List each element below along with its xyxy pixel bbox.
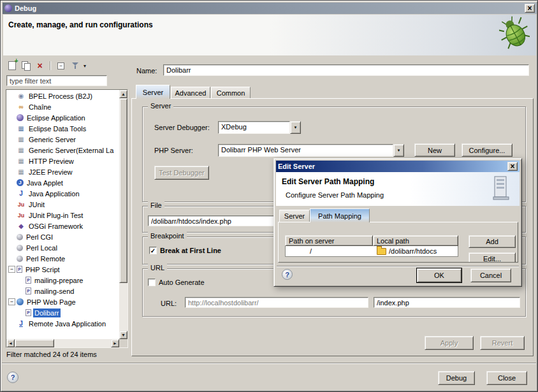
horizontal-scroll-thumb[interactable]	[15, 339, 54, 347]
scroll-up-icon[interactable]: ▲	[119, 90, 127, 98]
edit-server-close-button[interactable]: ×	[507, 162, 518, 171]
tree-item-osgi-framework[interactable]: OSGi Framework	[6, 221, 119, 231]
edit-server-titlebar[interactable]: Edit Server ×	[276, 161, 520, 172]
tree-item-perl-cgi[interactable]: Perl CGI	[6, 231, 119, 242]
tree-expander-spacer	[17, 277, 24, 284]
tree-item-eclipse-application[interactable]: Eclipse Application	[6, 112, 119, 123]
url-group-title: URL	[148, 264, 167, 272]
auto-generate-checkbox[interactable]: Auto Generate	[148, 279, 205, 286]
tree-item-eclipse-data-tools[interactable]: Eclipse Data Tools	[6, 123, 119, 134]
collapse-all-icon[interactable]: −	[55, 61, 66, 71]
tree-item-perl-remote[interactable]: Perl Remote	[6, 253, 119, 264]
tree-item-label: J2EE Preview	[27, 168, 73, 177]
osgi-icon	[17, 222, 25, 230]
tree-expander-spacer	[8, 114, 15, 121]
toolbar-dropdown-caret-icon[interactable]: ▾	[84, 63, 86, 69]
tree-item-junit-plug-in-test[interactable]: JUnit Plug-in Test	[6, 210, 119, 221]
edit-server-title: Edit Server	[278, 163, 507, 170]
tree-item-label: Java Applet	[25, 178, 64, 187]
tree-item-generic-server[interactable]: Generic Server	[6, 134, 119, 145]
tree-item-cha-ne[interactable]: Chaîne	[6, 101, 119, 112]
tree-item-label: Generic Server(External La	[27, 146, 115, 155]
tree-expander-spacer	[8, 157, 15, 164]
path-mapping-row[interactable]: //dolibarr/htdocs	[285, 246, 458, 257]
tree-item-perl-local[interactable]: Perl Local	[6, 242, 119, 253]
dialog-tab-path-mapping-label: Path Mapping	[318, 212, 361, 220]
test-debugger-button[interactable]: Test Debugger	[154, 166, 209, 180]
dialog-banner: Create, manage, and run configurations	[3, 15, 536, 55]
perl-icon	[17, 234, 23, 240]
tree-item-java-applet[interactable]: Java Applet	[6, 177, 119, 188]
php-server-combo[interactable]: Dolibarr PHP Web Server ▼	[218, 144, 404, 157]
checkbox-unchecked-icon[interactable]	[148, 279, 156, 286]
window-close-button[interactable]: ×	[525, 4, 535, 13]
window-titlebar[interactable]: Debug ×	[3, 3, 537, 14]
scroll-right-icon[interactable]: ►	[111, 339, 119, 347]
edit-server-heading: Edit Server Path Mapping	[282, 177, 374, 186]
edit-mapping-button[interactable]: Edit...	[469, 252, 516, 263]
tree-expander-icon[interactable]: −	[8, 298, 15, 305]
dialog-tab-path-mapping[interactable]: Path Mapping	[310, 208, 370, 222]
tab-server[interactable]: Server	[136, 85, 170, 99]
tree-item-mailing-send[interactable]: mailing-send	[6, 286, 119, 296]
auto-generate-label: Auto Generate	[159, 279, 205, 286]
tree-item-php-script[interactable]: −PHP Script	[6, 264, 119, 275]
dropdown-arrow-icon[interactable]: ▼	[290, 121, 301, 134]
tree-item-mailing-prepare[interactable]: mailing-prepare	[6, 275, 119, 286]
close-button[interactable]: Close	[486, 371, 527, 385]
tree-item-bpel-process-b2j[interactable]: BPEL Process (B2J)	[6, 91, 119, 101]
column-header-local-path[interactable]: Local path	[373, 235, 458, 246]
debug-button[interactable]: Debug	[438, 371, 475, 385]
break-at-first-line-checkbox[interactable]: ✓ Break at First Line	[149, 247, 221, 254]
tree-item-label: Dolibarr	[33, 309, 61, 317]
scroll-down-icon[interactable]: ▼	[119, 331, 127, 339]
tree-vertical-scrollbar[interactable]: ▲ ▼	[119, 90, 127, 339]
tree-item-label: PHP Script	[24, 265, 61, 274]
tree-expander-icon[interactable]: −	[8, 266, 15, 273]
name-input[interactable]	[163, 64, 529, 76]
configurations-toolbar: × − ▾	[6, 59, 86, 72]
dialog-help-icon[interactable]: ?	[282, 269, 293, 280]
revert-button[interactable]: Revert	[480, 336, 525, 350]
server-debugger-combo[interactable]: XDebug ▼	[218, 121, 301, 134]
delete-configuration-icon[interactable]: ×	[34, 61, 45, 71]
column-header-path-on-server[interactable]: Path on server	[285, 235, 373, 246]
tree-item-junit[interactable]: JUnit	[6, 199, 119, 210]
tree-item-java-application[interactable]: Java Application	[6, 188, 119, 199]
type-filter-input[interactable]	[6, 75, 107, 86]
scroll-left-icon[interactable]: ◄	[6, 339, 15, 347]
php-script-icon	[17, 266, 22, 273]
dialog-tab-server[interactable]: Server	[279, 210, 310, 222]
tab-common[interactable]: Common	[211, 87, 251, 99]
help-icon[interactable]: ?	[7, 372, 18, 383]
tree-item-http-preview[interactable]: HTTP Preview	[6, 156, 119, 166]
new-configuration-icon[interactable]	[6, 61, 17, 71]
tree-item-label: mailing-send	[33, 287, 75, 296]
footer-separator	[2, 363, 536, 364]
new-server-button[interactable]: New	[414, 143, 455, 157]
perl-icon	[17, 256, 23, 262]
vertical-scroll-thumb[interactable]	[119, 98, 127, 283]
ok-button[interactable]: OK	[417, 268, 462, 282]
tree-horizontal-scrollbar[interactable]: ◄ ►	[6, 339, 119, 347]
tree-expander-spacer	[8, 179, 15, 186]
dropdown-arrow-icon[interactable]: ▼	[393, 144, 404, 157]
configure-server-button[interactable]: Configure...	[462, 143, 513, 157]
apply-button[interactable]: Apply	[425, 336, 474, 350]
bpel-icon	[17, 92, 25, 100]
add-mapping-button[interactable]: Add	[469, 235, 516, 248]
php-file-icon	[25, 287, 31, 294]
checkbox-checked-icon[interactable]: ✓	[149, 247, 157, 254]
cancel-button[interactable]: Cancel	[470, 268, 511, 282]
tree-item-remote-java-application[interactable]: Remote Java Application	[6, 318, 119, 329]
tree-item-php-web-page[interactable]: −PHP Web Page	[6, 296, 119, 307]
tab-advanced[interactable]: Advanced	[171, 87, 210, 99]
duplicate-configuration-icon[interactable]	[20, 61, 31, 71]
tree-item-label: Generic Server	[27, 135, 77, 144]
filter-configurations-icon[interactable]	[69, 61, 80, 71]
url-path-input[interactable]	[374, 297, 520, 308]
tree-item-j2ee-preview[interactable]: J2EE Preview	[6, 166, 119, 177]
tree-item-dolibarr[interactable]: Dolibarr	[6, 307, 119, 318]
tree-item-label: Eclipse Application	[25, 113, 87, 122]
tree-item-generic-server-external-la[interactable]: Generic Server(External La	[6, 145, 119, 156]
